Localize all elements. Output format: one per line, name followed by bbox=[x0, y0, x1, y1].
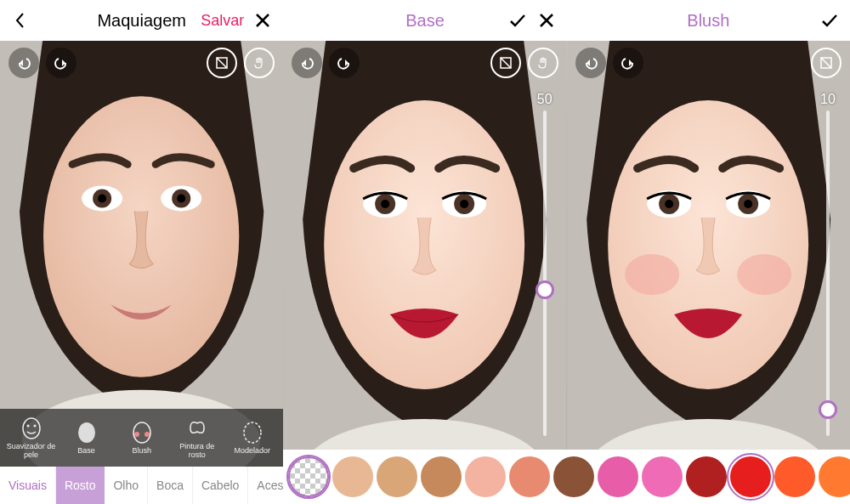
svg-point-12 bbox=[33, 425, 36, 428]
edit-toolbar bbox=[567, 48, 850, 78]
intensity-slider[interactable]: 10 bbox=[811, 92, 845, 436]
svg-point-15 bbox=[134, 432, 139, 437]
hand-icon[interactable] bbox=[528, 48, 558, 78]
option-base[interactable]: Base bbox=[59, 421, 114, 455]
undo-icon[interactable] bbox=[292, 48, 322, 78]
palette-color-0[interactable] bbox=[288, 456, 329, 497]
confirm-icon[interactable] bbox=[507, 10, 528, 31]
undo-icon[interactable] bbox=[8, 48, 39, 78]
svg-point-16 bbox=[144, 432, 150, 437]
palette-color-2[interactable] bbox=[377, 456, 417, 497]
palette-color-6[interactable] bbox=[553, 456, 594, 497]
tab-visuais[interactable]: Visuais bbox=[0, 467, 56, 504]
save-button[interactable]: Salvar bbox=[201, 12, 244, 30]
header: Blush bbox=[567, 0, 850, 41]
option-pintura[interactable]: Pintura de rosto bbox=[169, 416, 224, 459]
tab-rosto[interactable]: Rosto bbox=[56, 467, 105, 504]
svg-point-25 bbox=[460, 200, 468, 208]
svg-point-30 bbox=[625, 254, 679, 295]
svg-point-10 bbox=[23, 418, 40, 439]
option-modelador[interactable]: Modelador bbox=[224, 421, 280, 455]
svg-point-37 bbox=[744, 200, 752, 208]
slider-value: 10 bbox=[820, 92, 836, 107]
svg-point-13 bbox=[78, 422, 95, 443]
header: Base bbox=[283, 0, 566, 41]
option-blush[interactable]: Blush bbox=[114, 421, 169, 455]
header: Maquiagem Salvar bbox=[0, 0, 283, 41]
compare-icon[interactable] bbox=[490, 48, 521, 78]
palette-color-9[interactable] bbox=[686, 456, 727, 497]
undo-icon[interactable] bbox=[575, 48, 606, 78]
tab-acess[interactable]: Acess bbox=[248, 467, 283, 504]
confirm-icon[interactable] bbox=[819, 10, 840, 31]
svg-point-17 bbox=[244, 422, 261, 443]
palette-color-5[interactable] bbox=[509, 456, 550, 497]
compare-icon[interactable] bbox=[207, 48, 237, 78]
category-tabs: Visuais Rosto Olho Boca Cabelo Acess bbox=[0, 467, 283, 504]
close-icon[interactable] bbox=[536, 10, 557, 31]
palette-color-12[interactable] bbox=[819, 456, 850, 497]
svg-point-31 bbox=[737, 254, 791, 295]
palette-color-8[interactable] bbox=[642, 456, 683, 497]
slider-track[interactable] bbox=[543, 110, 547, 436]
edit-toolbar bbox=[0, 48, 283, 78]
palette-color-7[interactable] bbox=[598, 456, 638, 497]
page-title: Blush bbox=[567, 11, 850, 31]
panel-base: Base bbox=[283, 0, 566, 504]
color-palette bbox=[283, 450, 850, 504]
face-illustration bbox=[567, 41, 850, 504]
hand-icon[interactable] bbox=[244, 48, 275, 78]
palette-color-3[interactable] bbox=[421, 456, 462, 497]
svg-point-34 bbox=[665, 200, 673, 208]
photo-preview: Suavizador de pele Base Blush Pintura de… bbox=[0, 41, 283, 467]
photo-preview: 50 bbox=[283, 41, 566, 504]
slider-thumb[interactable] bbox=[819, 400, 837, 419]
edit-toolbar bbox=[283, 48, 566, 78]
slider-track[interactable] bbox=[826, 110, 830, 436]
svg-point-11 bbox=[26, 425, 29, 428]
tab-boca[interactable]: Boca bbox=[148, 467, 193, 504]
compare-icon[interactable] bbox=[811, 48, 842, 78]
palette-color-11[interactable] bbox=[774, 456, 815, 497]
photo-preview: 10 bbox=[567, 41, 850, 504]
redo-icon[interactable] bbox=[329, 48, 360, 78]
tab-olho[interactable]: Olho bbox=[105, 467, 148, 504]
slider-value: 50 bbox=[537, 92, 552, 107]
palette-color-1[interactable] bbox=[332, 456, 373, 497]
palette-color-4[interactable] bbox=[465, 456, 506, 497]
back-icon[interactable] bbox=[10, 10, 31, 31]
redo-icon[interactable] bbox=[613, 48, 643, 78]
close-icon[interactable] bbox=[252, 10, 273, 31]
option-suavizador[interactable]: Suavizador de pele bbox=[3, 416, 59, 459]
slider-thumb[interactable] bbox=[536, 280, 554, 299]
svg-point-7 bbox=[177, 194, 185, 202]
palette-color-10[interactable] bbox=[730, 456, 771, 497]
redo-icon[interactable] bbox=[46, 48, 76, 78]
face-illustration bbox=[283, 41, 566, 504]
panel-maquiagem: Maquiagem Salvar bbox=[0, 0, 283, 504]
tab-cabelo[interactable]: Cabelo bbox=[193, 467, 248, 504]
face-illustration bbox=[0, 41, 283, 467]
svg-point-22 bbox=[381, 200, 389, 208]
panel-blush: Blush bbox=[567, 0, 850, 504]
intensity-slider[interactable]: 50 bbox=[528, 92, 562, 436]
makeup-options: Suavizador de pele Base Blush Pintura de… bbox=[0, 409, 283, 467]
svg-point-4 bbox=[98, 194, 106, 202]
